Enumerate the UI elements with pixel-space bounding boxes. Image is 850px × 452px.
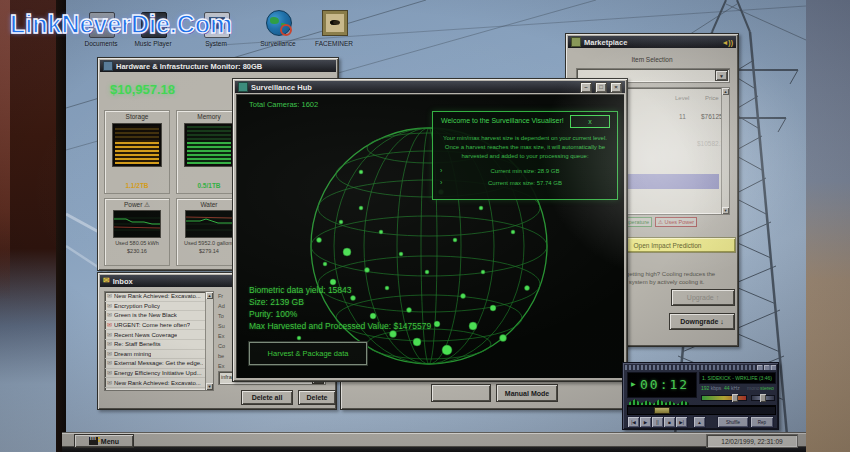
email-row[interactable]: ✉New Rank Achieved: Excavato... (105, 292, 205, 302)
player-minimize-icon[interactable] (757, 365, 762, 370)
envelope-icon: ✉ (103, 277, 110, 285)
scroll-down-icon[interactable]: ▼ (206, 383, 213, 390)
seek-bar[interactable] (627, 405, 776, 415)
marketplace-icon (571, 37, 581, 47)
email-row[interactable]: ✉Re: Staff Benefits (105, 340, 205, 350)
mail-envelope-icon-urgent: ✉ (107, 389, 112, 391)
biometric-yield: Biometric data yield: 15843 (249, 284, 431, 296)
max-size-readout: Current max size: 57.74 GB (433, 180, 617, 186)
storage-panel: Storage 1.1/2TB (104, 110, 170, 194)
power-panel: Power ⚠ Used 580.05 kWh $230.16 (104, 198, 170, 266)
total-cameras-readout: Total Cameras: 1602 (249, 100, 318, 109)
dialog-close-button[interactable]: x (570, 115, 610, 128)
menu-button[interactable]: Menu (74, 434, 134, 448)
item-list-scrollbar[interactable]: ▲ ▼ (721, 88, 729, 214)
harvest-package-button[interactable]: Harvest & Package data (249, 342, 367, 365)
maximize-icon[interactable]: □ (595, 82, 607, 93)
email-row[interactable]: ✉Recent News Coverage (105, 330, 205, 340)
email-row-urgent[interactable]: ✉URGENT: Come here often? (105, 321, 205, 331)
hardware-monitor-title: Hardware & Infrastructure Monitor: 80GB (116, 62, 262, 71)
memory-gauge (184, 123, 234, 167)
item-selection-label: Item Selection (566, 56, 738, 63)
email-row[interactable]: ✉Dream mining (105, 350, 205, 360)
uses-power-tag: ⚠ Uses Power (655, 217, 697, 227)
scroll-up-icon[interactable]: ▲ (722, 88, 729, 95)
stereo-indicator: stereo (760, 385, 774, 391)
speaker-icon[interactable]: ◄)) (721, 39, 733, 46)
harvest-size: Size: 2139 GB (249, 296, 431, 308)
mail-envelope-icon: ✉ (107, 303, 112, 309)
player-shade-icon[interactable] (764, 365, 769, 370)
upgrade-button[interactable]: Upgrade ↑ (671, 289, 735, 306)
surveillance-titlebar[interactable]: Surveillance Hub – □ × (235, 81, 625, 93)
email-row[interactable]: ✉Encryption Policy (105, 302, 205, 312)
storage-label: Storage (105, 113, 169, 120)
item-level-cell[interactable]: 11 (679, 113, 686, 120)
mail-envelope-icon: ✉ (107, 293, 112, 299)
email-row-urgent[interactable]: ✉URGENT: High Electricity Usage (105, 388, 205, 391)
menu-logo-icon (89, 437, 98, 445)
delete-button[interactable]: Delete (298, 390, 336, 405)
delete-all-button[interactable]: Delete all (241, 390, 293, 405)
inbox-title: Inbox (113, 277, 133, 286)
scroll-up-icon[interactable]: ▲ (206, 292, 213, 299)
downgrade-button[interactable]: Downgrade ↓ (669, 313, 735, 330)
music-player-icon-label[interactable]: Music Player (123, 40, 183, 47)
faceminer-icon-label[interactable]: FACEMINER (304, 40, 364, 47)
seek-thumb[interactable] (654, 407, 670, 414)
shuffle-toggle[interactable]: Shuffle (717, 416, 749, 428)
mail-envelope-icon: ✉ (107, 360, 112, 366)
player-close-icon[interactable] (771, 365, 776, 370)
marketplace-title: Marketplace (584, 38, 718, 47)
harvest-value: Max Harvested and Processed Value: $1475… (249, 320, 431, 332)
system-icon-label[interactable]: System (186, 40, 246, 47)
surveillance-hub-window: Surveillance Hub – □ × Total Cameras: 16… (232, 78, 628, 382)
marketplace-titlebar[interactable]: Marketplace ◄)) (568, 36, 736, 48)
email-row[interactable]: ✉External Message: Get the edge... (105, 359, 205, 369)
track-title-marquee[interactable]: 1. SIDEKICK - WRKLIFE (3:46) (699, 372, 776, 384)
balance-slider[interactable] (751, 395, 775, 401)
email-list[interactable]: ✉New Rank Achieved: Excavato... ✉Encrypt… (104, 291, 214, 391)
mail-envelope-icon: ✉ (107, 370, 112, 376)
hardware-icon (103, 61, 113, 71)
mail-envelope-icon: ✉ (107, 380, 112, 386)
scroll-down-icon[interactable]: ▼ (722, 207, 729, 214)
power-used-text: Used 580.05 kWh (105, 240, 169, 247)
player-titlebar[interactable] (625, 365, 776, 370)
manual-mode-button[interactable]: Manual Mode (496, 384, 558, 402)
documents-icon-label[interactable]: Documents (71, 40, 131, 47)
welcome-dialog: Welcome to the Surveillance Visualiser! … (432, 111, 618, 200)
storage-value: 1.1/2TB (105, 182, 169, 189)
processing-secondary-button[interactable] (431, 384, 491, 402)
reading-pane-fragments: Fr Ad To Su Ex Co be Ex Th (218, 291, 225, 381)
faceminer-eye-icon[interactable] (322, 10, 348, 36)
welcome-dialog-title: Welcome to the Surveillance Visualiser! (441, 117, 564, 124)
email-row[interactable]: ✉New Rank Achieved: Excavato... (105, 378, 205, 388)
power-cost-text: $230.16 (105, 248, 169, 255)
balance-readout: $10,957.18 (110, 82, 175, 97)
surveillance-icon-label[interactable]: Surveillance (248, 40, 308, 47)
minimize-icon[interactable]: – (580, 82, 592, 93)
room-wall-edge (0, 0, 10, 300)
dropdown-arrow-icon[interactable]: ▼ (715, 70, 728, 81)
playback-time: 00:12 (640, 377, 689, 392)
play-indicator-icon: ▶ (631, 380, 636, 387)
surveillance-globe-icon[interactable] (266, 10, 292, 36)
repeat-toggle[interactable]: Rep (750, 416, 774, 428)
room-wall-right (806, 0, 850, 452)
next-button[interactable]: ▶| (675, 416, 688, 428)
volume-slider[interactable] (701, 395, 747, 401)
email-row[interactable]: ✉Energy Efficiency Initiative Upd... (105, 369, 205, 379)
eject-button[interactable]: ▲ (693, 416, 706, 428)
welcome-dialog-body: Your min/max harvest size is dependent o… (437, 134, 613, 161)
mail-envelope-icon: ✉ (107, 351, 112, 357)
email-list-scrollbar[interactable]: ▲ ▼ (205, 292, 213, 390)
price-column-header: Price (705, 95, 719, 101)
power-usage-graph (113, 210, 161, 238)
item-price-cell[interactable]: $76125 (701, 113, 723, 120)
level-column-header: Level (675, 95, 689, 101)
hardware-monitor-titlebar[interactable]: Hardware & Infrastructure Monitor: 80GB (100, 60, 336, 72)
close-icon[interactable]: × (610, 82, 622, 93)
email-row[interactable]: ✉Green is the New Black (105, 311, 205, 321)
watermark: LinkNeverDie.Com (10, 10, 232, 39)
